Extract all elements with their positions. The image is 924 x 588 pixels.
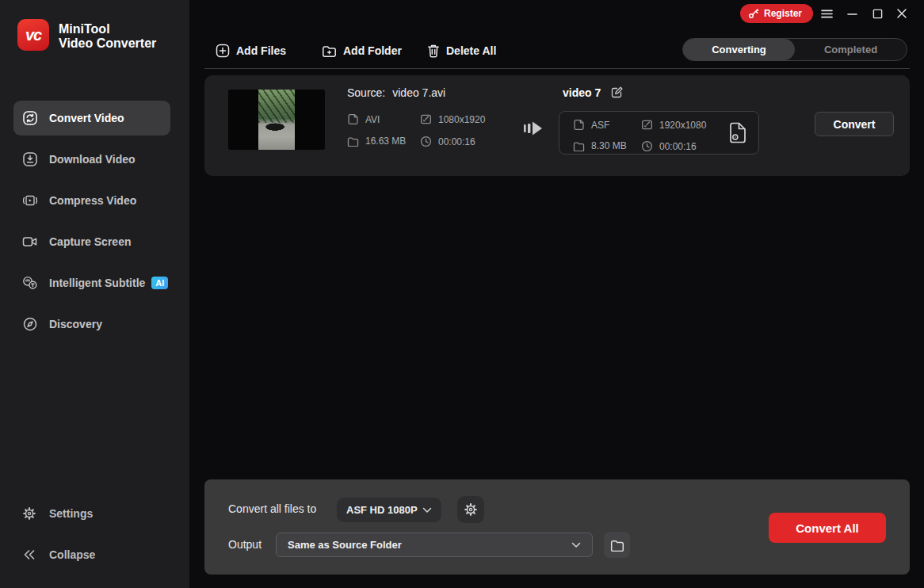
convert-all-files-label: Convert all files to [228,502,316,515]
key-icon [748,8,759,19]
file-settings-icon[interactable] [727,120,748,146]
tab-converting-label: Converting [712,44,766,55]
folder-icon [347,136,359,147]
close-button[interactable] [895,6,909,21]
tab-completed-label: Completed [824,44,877,55]
sidebar: vc MiniTool Video Converter Convert Vide… [0,0,189,588]
clock-icon [420,136,432,147]
target-duration: 00:00:16 [641,140,697,152]
collapse-label: Collapse [49,548,95,561]
maximize-button[interactable] [870,6,884,21]
app-title: MiniTool Video Converter [59,22,156,51]
output-folder-value: Same as Source Folder [288,539,402,551]
sidebar-item-download-video[interactable]: Download Video [13,142,170,177]
source-line: Source:video 7.avi [347,86,445,99]
intelligent-subtitle-icon [22,275,38,291]
sidebar-item-label: Capture Screen [49,235,131,248]
format-file-icon [573,119,585,131]
resolution-icon [420,113,432,125]
target-resolution-value: 1920x1080 [659,120,706,131]
sidebar-item-label: Intelligent Subtitle [49,277,145,289]
minimize-icon [847,9,857,19]
add-files-button[interactable]: Add Files [216,41,286,60]
close-icon [896,8,907,19]
format-preset-value: ASF HD 1080P [346,504,418,516]
sidebar-item-convert-video[interactable]: Convert Video [13,101,170,136]
sidebar-collapse-button[interactable]: Collapse [22,545,95,564]
target-format-value: ASF [591,120,609,131]
target-size-value: 8.30 MB [591,140,627,151]
add-folder-button[interactable]: Add Folder [322,41,402,60]
settings-label: Settings [49,507,93,520]
source-size: 16.63 MB [347,136,406,147]
app-title-line1: MiniTool [59,22,156,36]
target-title: video 7 [563,86,624,99]
register-button[interactable]: Register [740,4,813,23]
target-format-panel[interactable]: ASF 1920x1080 8.30 MB [559,111,759,155]
download-video-icon [22,151,38,167]
sidebar-item-settings[interactable]: Settings [22,504,93,523]
chevron-down-icon [571,542,581,548]
tab-converting[interactable]: Converting [683,39,795,60]
sidebar-item-label: Download Video [49,153,136,166]
sidebar-item-intelligent-subtitle[interactable]: Intelligent Subtitle AI [13,265,170,300]
add-folder-icon [322,44,337,58]
source-resolution-value: 1080x1920 [438,114,485,125]
convert-video-icon [22,110,38,126]
register-label: Register [764,8,802,19]
sidebar-item-label: Convert Video [49,112,124,124]
target-format: ASF [573,119,609,131]
output-folder-dropdown[interactable]: Same as Source Folder [276,533,593,557]
folder-icon [610,539,624,552]
target-size: 8.30 MB [573,140,627,151]
source-duration: 00:00:16 [420,136,475,147]
sidebar-item-discovery[interactable]: Discovery [13,307,170,342]
capture-screen-icon [22,234,38,250]
app-logo: vc [17,19,49,51]
settings-gear-icon [22,506,36,521]
hamburger-menu-icon [821,9,833,19]
source-format-value: AVI [365,114,380,125]
sidebar-item-compress-video[interactable]: Compress Video [13,183,170,218]
convert-direction-arrow-icon [523,119,544,138]
maximize-icon [872,9,883,19]
app-logo-text: vc [25,26,41,44]
output-label: Output [228,538,262,551]
rename-edit-icon[interactable] [610,86,624,99]
menu-button[interactable] [819,6,834,21]
source-resolution: 1080x1920 [420,113,485,125]
ai-badge: AI [151,277,168,289]
convert-all-button-label: Convert All [796,521,858,535]
source-filename: video 7.avi [392,86,445,99]
trash-icon [427,44,440,58]
target-duration-value: 00:00:16 [659,141,697,152]
folder-icon [573,141,585,151]
minimize-button[interactable] [845,6,859,21]
preset-settings-button[interactable] [457,496,484,523]
resolution-icon [641,119,653,131]
delete-all-label: Delete All [446,44,496,57]
bottom-action-bar: Convert all files to ASF HD 1080P Output… [204,479,910,575]
format-file-icon [347,113,359,125]
conversion-task-row: Source:video 7.avi AVI 1080x1920 16.63 M [204,75,910,176]
source-duration-value: 00:00:16 [438,136,475,147]
video-thumbnail [228,90,325,150]
delete-all-button[interactable]: Delete All [427,41,496,60]
gear-icon [464,502,478,517]
sidebar-item-capture-screen[interactable]: Capture Screen [13,224,170,259]
convert-button-label: Convert [834,118,876,131]
add-folder-label: Add Folder [343,44,402,57]
add-files-label: Add Files [236,44,286,57]
chevron-down-icon [422,507,432,514]
video-thumbnail-frame [258,90,295,150]
format-preset-dropdown[interactable]: ASF HD 1080P [337,498,441,522]
toolbar-divider [204,68,910,69]
discovery-icon [22,316,38,332]
open-output-folder-button[interactable] [604,532,630,558]
tab-completed[interactable]: Completed [795,39,907,60]
target-name: video 7 [563,86,601,99]
app-window: { "app": { "logo_text": "vc", "title_lin… [0,0,924,588]
convert-all-button[interactable]: Convert All [769,513,886,543]
add-files-plus-icon [216,44,230,58]
convert-button[interactable]: Convert [815,112,894,136]
